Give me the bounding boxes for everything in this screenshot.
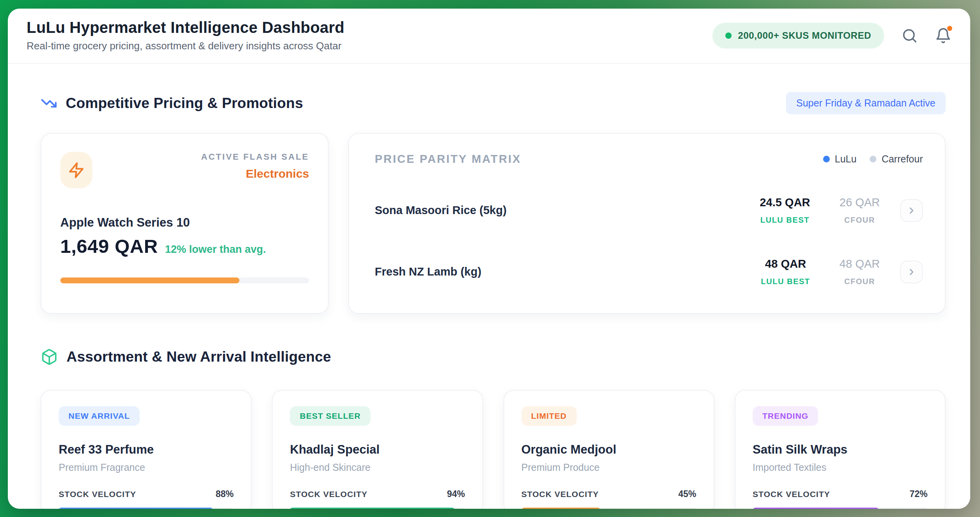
assortment-card-reef-33-perfume: NEW ARRIVAL Reef 33 Perfume Premium Frag… (41, 390, 252, 509)
flash-sale-progress-track (60, 277, 309, 283)
status-badge: LIMITED (521, 406, 577, 426)
lulu-price-col: 24.5 QAR LULU BEST (760, 196, 810, 225)
package-icon (41, 348, 58, 366)
product-category: High-end Skincare (290, 462, 465, 473)
rival-price: 48 QAR (840, 258, 880, 270)
legend-item-lulu: LuLu (823, 153, 857, 165)
assortment-card-organic-medjool: LIMITED Organic Medjool Premium Produce … (503, 390, 714, 509)
header-titles: LuLu Hypermarket Intelligence Dashboard … (27, 19, 344, 52)
status-badge: NEW ARRIVAL (59, 406, 140, 426)
stock-velocity-label: STOCK VELOCITY (290, 490, 367, 499)
pricing-section-header: Competitive Pricing & Promotions Super F… (41, 92, 946, 114)
rival-price: 26 QAR (840, 196, 880, 209)
stock-velocity-value: 45% (678, 489, 696, 499)
stock-velocity-track (59, 508, 234, 509)
stock-velocity-track (753, 508, 928, 509)
price-parity-matrix-card: PRICE PARITY MATRIX LuLu Carrefour Sona (348, 133, 946, 314)
flash-sale-product: Apple Watch Series 10 (60, 216, 309, 230)
skus-monitored-label: 200,000+ SKUS MONITORED (738, 30, 871, 41)
matrix-legend: LuLu Carrefour (823, 153, 923, 165)
stock-velocity-label: STOCK VELOCITY (753, 490, 830, 499)
stock-velocity-fill (521, 508, 600, 509)
search-button[interactable] (901, 27, 918, 44)
lulu-price-col: 48 QAR LULU BEST (761, 258, 810, 286)
zap-icon (68, 162, 85, 179)
product-category: Imported Textiles (753, 462, 928, 473)
skus-monitored-badge: 200,000+ SKUS MONITORED (712, 23, 884, 49)
rival-price-col: 48 QAR CFOUR (840, 258, 880, 286)
product-name: Khadlaj Special (290, 443, 465, 457)
stock-velocity-label: STOCK VELOCITY (59, 490, 136, 499)
rival-price-col: 26 QAR CFOUR (840, 196, 880, 225)
flash-sale-price: 1,649 QAR (60, 235, 158, 257)
matrix-row-lamb: Fresh NZ Lamb (kg) 48 QAR LULU BEST 48 Q… (375, 258, 923, 286)
stock-velocity-track (521, 508, 696, 509)
header-actions: 200,000+ SKUS MONITORED (712, 23, 951, 49)
row-details-button[interactable] (900, 199, 923, 222)
flash-sale-card: ACTIVE FLASH SALE Electronics Apple Watc… (41, 133, 329, 314)
pricing-cards-row: ACTIVE FLASH SALE Electronics Apple Watc… (41, 133, 946, 314)
lulu-legend-dot (823, 156, 830, 162)
product-name: Satin Silk Wraps (753, 443, 928, 457)
assortment-card-khadlaj-special: BEST SELLER Khadlaj Special High-end Ski… (272, 390, 483, 509)
page-title: LuLu Hypermarket Intelligence Dashboard (27, 19, 344, 36)
rival-label: CFOUR (844, 216, 875, 225)
flash-sale-note: 12% lower than avg. (165, 243, 266, 256)
assortment-section-title: Assortment & New Arrival Intelligence (67, 349, 331, 365)
matrix-row-rice: Sona Masoori Rice (5kg) 24.5 QAR LULU BE… (375, 196, 923, 225)
zap-icon-box (60, 152, 92, 188)
carrefour-legend-label: Carrefour (881, 153, 923, 165)
lulu-best-label: LULU BEST (760, 216, 809, 225)
status-badge: TRENDING (753, 406, 818, 426)
carrefour-legend-dot (870, 156, 876, 162)
main-content: Competitive Pricing & Promotions Super F… (8, 92, 970, 509)
notification-dot (947, 26, 952, 31)
row-details-button[interactable] (900, 261, 923, 283)
stock-velocity-value: 94% (447, 489, 465, 499)
header: LuLu Hypermarket Intelligence Dashboard … (8, 9, 970, 64)
rival-label: CFOUR (844, 277, 875, 286)
product-category: Premium Produce (521, 462, 696, 473)
notifications-button[interactable] (935, 27, 951, 44)
product-name: Organic Medjool (521, 443, 696, 457)
stock-velocity-fill (59, 508, 213, 509)
lulu-legend-label: LuLu (835, 153, 857, 165)
product-name: Fresh NZ Lamb (kg) (375, 265, 761, 278)
product-name: Sona Masoori Rice (5kg) (375, 204, 760, 217)
search-icon (901, 27, 918, 44)
stock-velocity-fill (753, 508, 879, 509)
stock-velocity-value: 72% (910, 489, 928, 499)
stock-velocity-label: STOCK VELOCITY (521, 490, 599, 499)
assortment-card-satin-silk-wraps: TRENDING Satin Silk Wraps Imported Texti… (735, 390, 946, 509)
chevron-right-icon (906, 267, 917, 277)
status-dot (725, 32, 732, 39)
flash-sale-category: Electronics (201, 167, 309, 180)
matrix-title: PRICE PARITY MATRIX (375, 153, 521, 166)
pricing-section-title: Competitive Pricing & Promotions (66, 95, 303, 112)
dashboard-panel: LuLu Hypermarket Intelligence Dashboard … (8, 9, 970, 509)
stock-velocity-track (290, 508, 465, 509)
page-subtitle: Real-time grocery pricing, assortment & … (27, 40, 344, 52)
assortment-section-header: Assortment & New Arrival Intelligence (41, 348, 946, 366)
product-category: Premium Fragrance (59, 462, 234, 473)
flash-sale-label: ACTIVE FLASH SALE (201, 152, 309, 162)
stock-velocity-value: 88% (216, 489, 234, 499)
status-badge: BEST SELLER (290, 406, 370, 426)
lulu-best-label: LULU BEST (761, 277, 810, 286)
product-name: Reef 33 Perfume (59, 443, 234, 457)
assortment-cards-row: NEW ARRIVAL Reef 33 Perfume Premium Frag… (41, 390, 946, 509)
trending-down-icon (41, 95, 57, 112)
lulu-price: 48 QAR (765, 258, 806, 270)
legend-item-carrefour: Carrefour (870, 153, 923, 165)
flash-sale-progress-fill (60, 277, 239, 283)
chevron-right-icon (906, 205, 917, 216)
stock-velocity-fill (290, 508, 454, 509)
promo-status-badge: Super Friday & Ramadan Active (786, 92, 946, 114)
lulu-price: 24.5 QAR (760, 196, 810, 209)
